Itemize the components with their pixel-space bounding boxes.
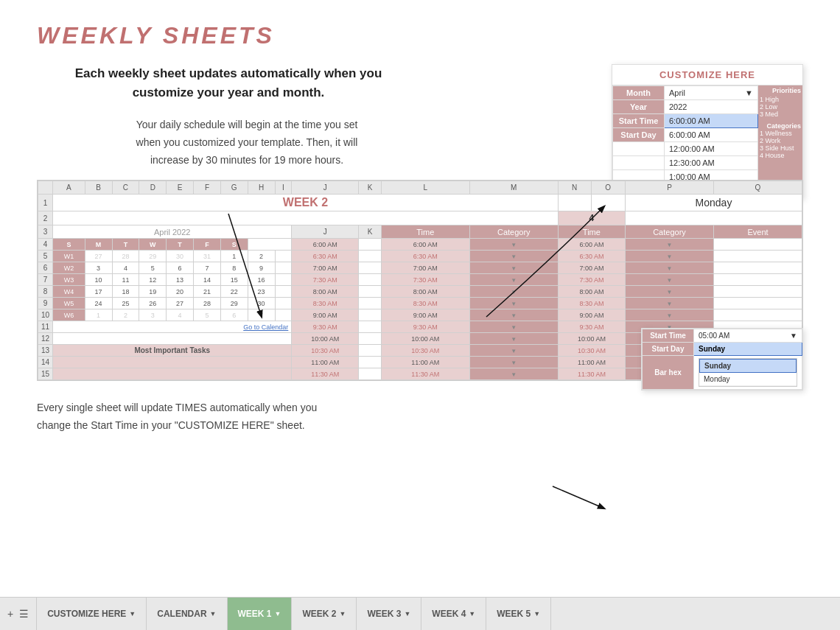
- customize-header: CUSTOMIZE HERE: [612, 65, 802, 85]
- row-2: 2 4: [38, 211, 802, 225]
- bp-dropdown-list: Sunday Monday: [699, 358, 797, 387]
- row-5: 5 W1 272829 3031 12 6:30 AM 6:30 AM ▼ 6:…: [38, 251, 802, 262]
- start-day-value: 6:00:00 AM: [665, 128, 758, 142]
- bp-start-day-label: Start Day: [643, 342, 694, 355]
- row-7: 7 W3 101112 13141516 7:30 AM 7:30 AM ▼ 7…: [38, 274, 802, 286]
- priority-3: 3 Med: [760, 111, 801, 118]
- tab-week5-label: WEEK 5: [497, 609, 531, 619]
- bp-row-start-day: Start Day Sunday: [643, 342, 802, 355]
- bp-option-monday[interactable]: Monday: [699, 373, 797, 386]
- section-header-cat-1: Category: [469, 225, 558, 239]
- bottom-bar: + ☰ CUSTOMIZE HERE ▼ CALENDAR ▼ WEEK 1 ▼…: [0, 597, 840, 630]
- bottom-panel: Start Time 05:00 AM ▼ Start Day Sunday B…: [641, 328, 803, 391]
- dropdown-item-1: 12:00:00 AM: [665, 142, 758, 156]
- tab-week3-arrow: ▼: [404, 610, 410, 617]
- bp-start-time-label: Start Time: [643, 329, 694, 342]
- bp-start-time-value: 05:00 AM ▼: [694, 329, 802, 342]
- go-to-calendar[interactable]: Go to Calendar: [53, 321, 292, 333]
- customize-panel: CUSTOMIZE HERE Month April ▼ Year 2022: [612, 64, 803, 199]
- customize-row-start-time: Start Time 6:00:00 AM: [613, 114, 758, 128]
- time-600: 6:00 AM: [292, 239, 359, 251]
- row-1: 1 WEEK 2 Monday: [38, 195, 802, 211]
- row-3: 3 April 2022 J K Time Category Time Cate…: [38, 225, 802, 239]
- col-header-row: ABC DEF GHI JK L M NO P Q: [38, 181, 802, 195]
- month-label: Month: [613, 86, 665, 100]
- tab-week1-label: WEEK 1: [238, 609, 272, 619]
- bp-bar-hex-label: Bar hex: [643, 355, 694, 389]
- tab-week5[interactable]: WEEK 5 ▼: [486, 598, 551, 630]
- time-600-l: 6:00 AM: [381, 239, 469, 251]
- bar-icons: + ☰: [0, 598, 37, 630]
- bp-option-sunday[interactable]: Sunday: [699, 359, 797, 373]
- year-label: Year: [613, 100, 665, 114]
- tab-week4[interactable]: WEEK 4 ▼: [421, 598, 486, 630]
- row-9: 9 W5 242526 27282930 8:30 AM 8:30 AM ▼ 8…: [38, 298, 802, 309]
- tab-week4-label: WEEK 4: [432, 609, 466, 619]
- most-important-label: Most Important Tasks: [53, 345, 292, 357]
- sheets-menu-icon[interactable]: ☰: [19, 608, 29, 620]
- tab-week4-arrow: ▼: [469, 610, 475, 617]
- dropdown-item-2: 12:30:00 AM: [665, 156, 758, 170]
- start-time-label: Start Time: [613, 114, 665, 128]
- add-sheet-icon[interactable]: +: [7, 608, 13, 620]
- bp-start-day-value: Sunday: [694, 342, 802, 355]
- left-text-block: Each weekly sheet updates automatically …: [37, 64, 420, 169]
- section-header-cat-2: Category: [626, 225, 714, 239]
- tab-customize-here-arrow: ▼: [129, 610, 136, 617]
- tab-customize-here-label: CUSTOMIZE HERE: [47, 609, 126, 619]
- bp-bar-hex-value: Sunday Monday: [694, 355, 802, 389]
- tab-week3[interactable]: WEEK 3 ▼: [357, 598, 421, 630]
- tab-customize-here[interactable]: CUSTOMIZE HERE ▼: [37, 598, 147, 630]
- bottom-section: Every single sheet will update TIMES aut…: [37, 392, 803, 435]
- tab-week2[interactable]: WEEK 2 ▼: [292, 598, 357, 630]
- priorities-header: Priorities: [760, 87, 801, 94]
- start-day-label: Start Day: [613, 128, 665, 142]
- tab-calendar-arrow: ▼: [210, 610, 217, 617]
- category-1: 1 Wellness: [760, 130, 801, 137]
- row-6: 6 W2 345 6789 7:00 AM 7:00 AM ▼ 7:00 AM …: [38, 262, 802, 274]
- tab-week3-label: WEEK 3: [367, 609, 401, 619]
- customize-dropdown-row-1: 12:00:00 AM: [613, 142, 758, 156]
- priority-1: 1 High: [760, 96, 801, 103]
- bp-row-start-time: Start Time 05:00 AM ▼: [643, 329, 802, 342]
- priority-2: 2 Low: [760, 103, 801, 111]
- section-header-time-1: Time: [381, 225, 469, 239]
- tab-week2-label: WEEK 2: [302, 609, 336, 619]
- section-header-event-2: Event: [714, 225, 802, 239]
- tab-calendar[interactable]: CALENDAR ▼: [147, 598, 227, 630]
- section-header-time-2: Time: [558, 225, 625, 239]
- tab-week1[interactable]: WEEK 1 ▼: [228, 598, 293, 630]
- customize-dropdown-row-2: 12:30:00 AM: [613, 156, 758, 170]
- customize-row-year: Year 2022: [613, 100, 758, 114]
- tab-week5-arrow: ▼: [533, 610, 540, 617]
- day-number-3: 4: [558, 211, 625, 225]
- category-3: 3 Side Hust: [760, 144, 801, 152]
- row-4: 4 SMT WTF S 6:00 AM 6:00 AM ▼ 6:00 AM ▼: [38, 239, 802, 251]
- month-value: April ▼: [665, 86, 758, 100]
- page-title: WEEKLY SHEETS: [37, 22, 803, 49]
- tab-calendar-label: CALENDAR: [157, 609, 206, 619]
- tab-week2-arrow: ▼: [339, 610, 346, 617]
- start-time-value: 6:00:00 AM: [665, 114, 758, 128]
- monday-header: Monday: [626, 195, 802, 211]
- main-content: WEEKLY SHEETS Each weekly sheet updates …: [0, 0, 840, 597]
- tab-week1-arrow: ▼: [275, 610, 281, 617]
- category-2: 2 Work: [760, 137, 801, 144]
- description: Your daily schedule will begin at the ti…: [81, 116, 413, 169]
- row-8: 8 W4 171819 20212223 8:00 AM 8:00 AM ▼ 8…: [38, 286, 802, 298]
- year-value: 2022: [665, 100, 758, 114]
- headline: Each weekly sheet updates automatically …: [37, 64, 420, 102]
- time-600-n: 6:00 AM: [558, 239, 625, 251]
- bottom-description: Every single sheet will update TIMES aut…: [37, 399, 317, 435]
- month-year-label: April 2022: [53, 225, 292, 239]
- category-4: 4 House: [760, 152, 801, 159]
- bottom-panel-table: Start Time 05:00 AM ▼ Start Day Sunday B…: [642, 329, 802, 390]
- bp-row-bar-hex: Bar hex Sunday Monday: [643, 355, 802, 389]
- row-10: 10 W6 123 4567 9:00 AM 9:00 AM ▼ 9:00 AM…: [38, 309, 802, 321]
- customize-row-month: Month April ▼: [613, 86, 758, 100]
- categories-header: Categories: [760, 122, 801, 130]
- customize-row-start-day: Start Day 6:00:00 AM: [613, 128, 758, 142]
- week-label: WEEK 2: [53, 195, 559, 211]
